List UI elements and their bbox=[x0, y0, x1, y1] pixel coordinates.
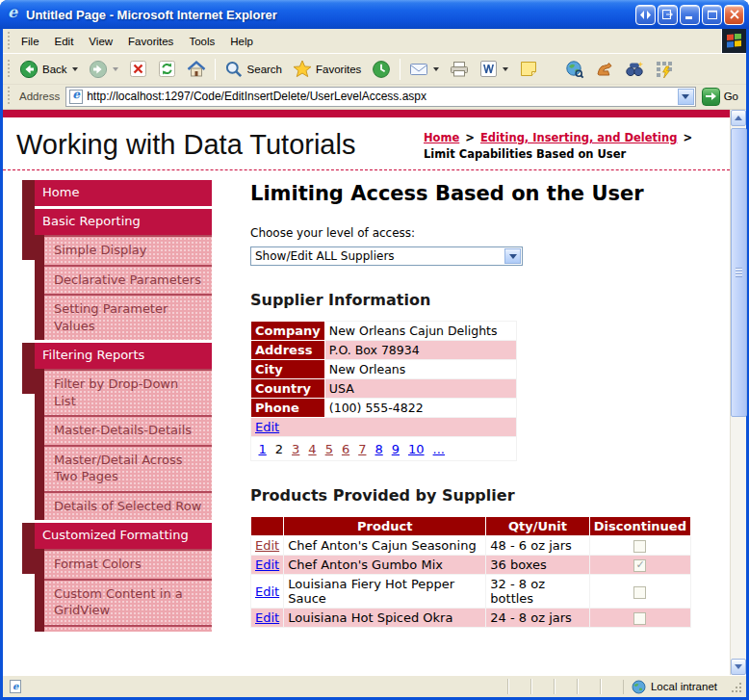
scroll-up-button[interactable] bbox=[731, 110, 746, 126]
titlebar[interactable]: Untitled Page - Microsoft Internet Explo… bbox=[0, 0, 749, 29]
table-row: Country USA bbox=[251, 379, 517, 399]
home-button[interactable] bbox=[182, 57, 211, 81]
stop-button[interactable] bbox=[124, 57, 152, 81]
pager-next-ellipsis[interactable]: ... bbox=[433, 442, 445, 456]
pager-page-3[interactable]: 3 bbox=[292, 442, 299, 456]
address-input[interactable]: http://localhost:1297/Code/EditInsertDel… bbox=[65, 87, 695, 107]
mail-icon bbox=[409, 60, 428, 78]
vertical-scrollbar[interactable] bbox=[730, 110, 746, 675]
table-header-row: Product Qty/Unit Discontinued bbox=[251, 517, 691, 536]
discuss-button[interactable] bbox=[514, 57, 543, 81]
close-button[interactable] bbox=[724, 5, 744, 25]
sidebar-item-details-of-selected-row[interactable]: Details of Selected Row bbox=[44, 491, 212, 521]
breadcrumb: Home > Editing, Inserting, and Deleting … bbox=[424, 125, 720, 162]
qty-column-header: Qty/Unit bbox=[486, 517, 589, 536]
pop-out-button[interactable] bbox=[658, 5, 678, 25]
menu-view[interactable]: View bbox=[81, 32, 120, 51]
page-icon bbox=[69, 90, 83, 104]
go-button[interactable]: Go bbox=[702, 88, 740, 106]
page-content: Working with Data Tutorials Home > Editi… bbox=[3, 110, 730, 675]
scroll-down-button[interactable] bbox=[731, 659, 746, 675]
edit-product-link[interactable]: Edit bbox=[255, 538, 279, 553]
menu-tools[interactable]: Tools bbox=[181, 32, 222, 51]
forward-button[interactable] bbox=[84, 57, 123, 82]
menu-edit[interactable]: Edit bbox=[47, 32, 82, 51]
print-button[interactable] bbox=[445, 57, 474, 81]
field-value-cell: USA bbox=[324, 379, 516, 399]
resize-grip[interactable] bbox=[731, 679, 743, 694]
pager-page-4[interactable]: 4 bbox=[308, 442, 316, 456]
research-button[interactable] bbox=[620, 57, 649, 81]
messenger-button[interactable] bbox=[650, 57, 679, 82]
field-label-cell: Phone bbox=[251, 399, 325, 418]
sidebar-item-master-details-details[interactable]: Master-Details-Details bbox=[44, 415, 212, 445]
edit-product-link[interactable]: Edit bbox=[255, 557, 279, 572]
field-value-cell: (100) 555-4822 bbox=[324, 399, 516, 418]
sidebar-item-home[interactable]: Home bbox=[35, 180, 212, 206]
discontinued-checkbox bbox=[633, 559, 646, 572]
sidebar-item-format-colors[interactable]: Format Colors bbox=[44, 549, 212, 579]
minimize-button[interactable] bbox=[680, 5, 700, 25]
access-level-label: Choose your level of access: bbox=[250, 226, 714, 240]
scrollbar-thumb[interactable] bbox=[731, 128, 747, 417]
pager-page-6[interactable]: 6 bbox=[342, 442, 349, 456]
breadcrumb-home-link[interactable]: Home bbox=[424, 131, 459, 144]
breadcrumb-section-link[interactable]: Editing, Inserting, and Deleting bbox=[480, 131, 677, 144]
sidebar-item-setting-parameter-values[interactable]: Setting Parameter Values bbox=[44, 294, 212, 340]
history-button[interactable] bbox=[367, 57, 396, 82]
pager-page-5[interactable]: 5 bbox=[325, 442, 333, 456]
edit-product-link[interactable]: Edit bbox=[255, 584, 279, 599]
back-dropdown-icon bbox=[72, 67, 78, 71]
menu-drag-handle[interactable] bbox=[7, 32, 12, 51]
product-cell: Chef Anton's Cajun Seasoning bbox=[284, 536, 486, 556]
sidebar-item-basic-reporting[interactable]: Basic Reporting bbox=[35, 209, 212, 235]
menu-file[interactable]: File bbox=[13, 32, 47, 51]
field-value-cell: New Orleans bbox=[324, 360, 516, 379]
status-panel bbox=[554, 679, 575, 694]
sidebar-item-filter-by-dropdown-list[interactable]: Filter by Drop-Down List bbox=[44, 369, 212, 415]
menu-help[interactable]: Help bbox=[222, 32, 261, 51]
toolbar-separator bbox=[400, 59, 400, 80]
edit-product-link[interactable]: Edit bbox=[255, 610, 279, 625]
pager-page-10[interactable]: 10 bbox=[408, 442, 425, 456]
sidebar-item-filtering-reports[interactable]: Filtering Reports bbox=[35, 343, 212, 369]
world-search-button[interactable] bbox=[560, 57, 589, 82]
maximize-button[interactable] bbox=[702, 5, 722, 25]
minimize-icon bbox=[685, 11, 695, 19]
edit-with-word-button[interactable] bbox=[475, 57, 513, 81]
toolbar-drag-handle[interactable] bbox=[7, 60, 12, 79]
sidebar-item-custom-content-gridview[interactable]: Custom Content in a GridView bbox=[44, 579, 212, 625]
edit-supplier-link[interactable]: Edit bbox=[255, 420, 279, 434]
mail-button[interactable] bbox=[404, 57, 444, 81]
status-panel bbox=[507, 679, 529, 694]
sidebar-item-simple-display[interactable]: Simple Display bbox=[44, 235, 212, 265]
table-row: Edit Louisiana Fiery Hot Pepper Sauce 32… bbox=[251, 575, 691, 609]
pager-page-8[interactable]: 8 bbox=[374, 442, 382, 456]
breadcrumb-separator: > bbox=[683, 131, 692, 144]
chevron-up-icon bbox=[735, 116, 742, 120]
back-button[interactable]: Back bbox=[14, 57, 83, 82]
sidebar-item-declarative-parameters[interactable]: Declarative Parameters bbox=[44, 265, 212, 295]
sidebar-item-master-detail-across-two-pages[interactable]: Master/Detail Across Two Pages bbox=[44, 445, 212, 491]
address-dropdown-button[interactable] bbox=[678, 89, 694, 105]
qty-cell: 36 boxes bbox=[486, 556, 589, 575]
back-label: Back bbox=[42, 64, 67, 75]
refresh-button[interactable] bbox=[153, 57, 181, 81]
pan-left-right-button[interactable] bbox=[635, 5, 656, 25]
favorites-button[interactable]: Favorites bbox=[288, 57, 366, 81]
pager-page-9[interactable]: 9 bbox=[392, 442, 400, 456]
research-animal-button[interactable] bbox=[590, 57, 619, 81]
menu-favorites[interactable]: Favorites bbox=[120, 32, 181, 51]
word-icon bbox=[479, 60, 498, 78]
pager-page-1[interactable]: 1 bbox=[259, 442, 267, 456]
address-label: Address bbox=[19, 91, 60, 102]
sidebar-item-customized-formatting[interactable]: Customized Formatting bbox=[35, 523, 212, 549]
edit-dropdown-icon bbox=[503, 67, 508, 71]
pager-page-7[interactable]: 7 bbox=[358, 442, 366, 456]
search-button[interactable]: Search bbox=[220, 57, 287, 82]
sidebar-item-custom-content-datalist[interactable]: Custom Content in a DataList bbox=[44, 625, 212, 632]
select-dropdown-button[interactable] bbox=[504, 248, 521, 264]
address-drag-handle[interactable] bbox=[7, 87, 12, 106]
access-level-select[interactable]: Show/Edit ALL Suppliers bbox=[250, 246, 523, 266]
discontinued-column-header: Discontinued bbox=[589, 517, 690, 536]
